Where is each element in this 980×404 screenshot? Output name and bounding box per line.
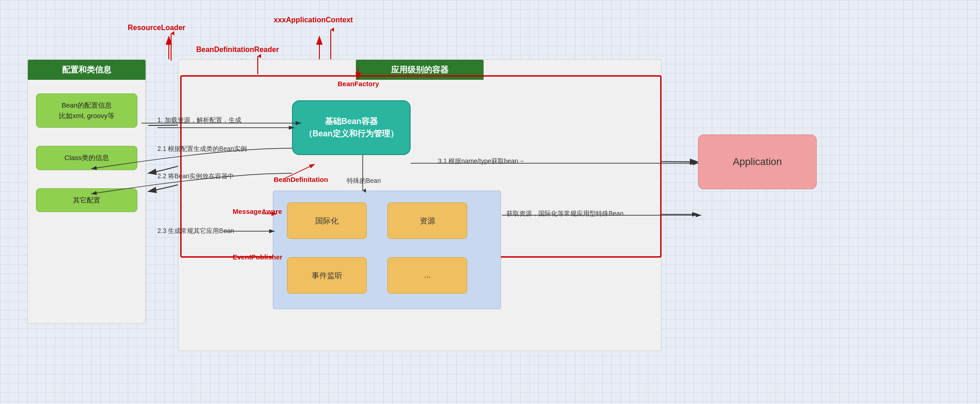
special-bean-arrow: [360, 155, 366, 194]
diagram-area: 配置和类信息 Bean的配置信息比如xml, groovy等 Class类的信息…: [0, 0, 980, 404]
message-aware-arrow: [262, 211, 281, 217]
basic-bean-container: 基础Bean容器 （Bean定义和行为管理）: [292, 100, 411, 155]
bean-definitation-reader-label: BeanDefinitationReader: [196, 46, 279, 54]
xxx-application-context-label: xxxApplicationContext: [274, 16, 353, 24]
step3-1-arrow: [411, 159, 703, 168]
i18n-text: 国际化: [315, 216, 339, 226]
resource-text: 资源: [420, 216, 435, 226]
bean-config-text: Bean的配置信息比如xml, groovy等: [59, 101, 115, 119]
blue-panel: 国际化 资源 事件监听 ...: [273, 191, 501, 309]
step2-3-arrow: [224, 226, 278, 237]
basic-bean-line2: （Bean定义和行为管理）: [304, 128, 398, 140]
step2-1-arrow: [91, 144, 297, 171]
xxx-context-arrow: [328, 27, 334, 62]
bean-def-arrow: [283, 162, 319, 180]
event-box: 事件监听: [287, 257, 367, 294]
get-resource-arrow: [502, 211, 705, 220]
resource-loader-label: ResourceLoader: [128, 24, 185, 32]
application-text: Application: [733, 156, 782, 168]
more-text: ...: [424, 271, 430, 280]
bean-def-reader-arrow: [255, 54, 261, 77]
bean-factory-arrow: [351, 67, 365, 82]
basic-bean-line1: 基础Bean容器: [304, 115, 398, 128]
resource-box: 资源: [387, 202, 467, 239]
event-text: 事件监听: [312, 270, 343, 281]
left-panel-title: 配置和类信息: [28, 60, 146, 80]
config-to-middle-arrow: [137, 105, 306, 141]
step2-3-label: 2.3 生成常规其它应用Bean: [157, 227, 234, 235]
bean-config-box: Bean的配置信息比如xml, groovy等: [36, 93, 137, 128]
event-publisher-label: EventPublisher: [233, 253, 282, 261]
resource-loader-arrow: [168, 31, 174, 61]
step2-2-arrow: [91, 171, 297, 198]
svg-line-25: [283, 164, 315, 179]
i18n-box: 国际化: [287, 202, 367, 239]
more-box: ...: [387, 257, 467, 294]
application-box: Application: [698, 135, 817, 189]
